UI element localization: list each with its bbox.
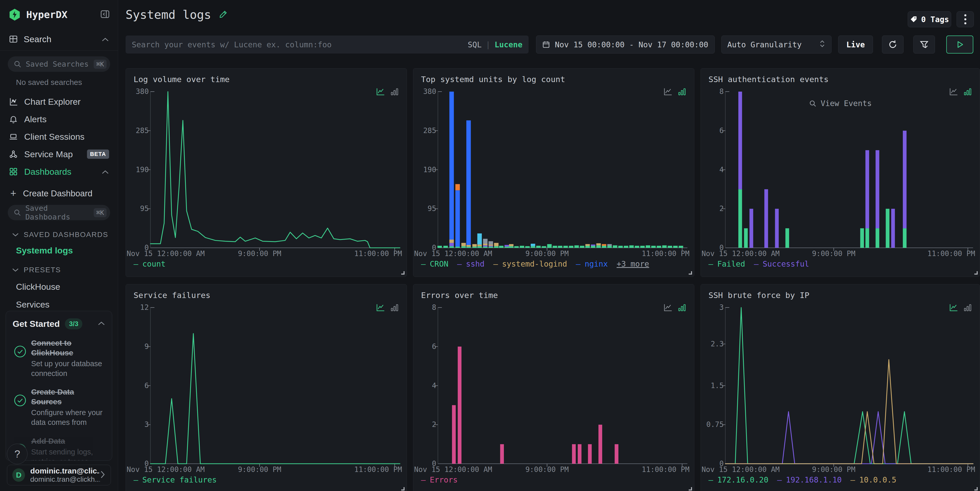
saved-dashboards-input[interactable]: Saved Dashboards ⌘K	[8, 205, 110, 220]
sidebar-item-label: Search	[24, 34, 51, 44]
legend-swatch: —	[493, 259, 498, 269]
legend-item[interactable]: —Failed	[708, 259, 745, 269]
sidebar-item-label: Chart Explorer	[24, 97, 81, 107]
y-axis-tick: 1.5	[702, 381, 724, 390]
create-dashboard-button[interactable]: + Create Dashboard	[10, 188, 118, 199]
legend-item[interactable]: —nginx	[576, 259, 608, 269]
brand-name: HyperDX	[26, 9, 67, 20]
legend-more-link[interactable]: +3 more	[617, 259, 649, 269]
x-axis-tick: 9:00:00 PM	[812, 249, 856, 258]
plus-icon: +	[10, 188, 16, 199]
legend-item[interactable]: —systemd-logind	[493, 259, 567, 269]
y-axis-tick: 95	[414, 204, 436, 213]
legend-item[interactable]: —Service failures	[134, 475, 217, 484]
event-search-input[interactable]: Search your events w/ Lucene ex. column:…	[126, 35, 528, 54]
sidebar-item-service-map[interactable]: Service Map BETA	[0, 145, 118, 163]
legend-item[interactable]: —Errors	[421, 475, 458, 484]
laptop-icon	[9, 132, 18, 141]
y-axis-tick: 2	[702, 204, 724, 213]
page-title: Systemd logs	[126, 8, 211, 22]
panel-errors: Errors over time 02468Nov 15 12:00:00 AM…	[413, 284, 694, 491]
tags-button[interactable]: 0 Tags	[908, 11, 951, 27]
chevron-up-icon[interactable]	[102, 167, 109, 177]
legend-item[interactable]: —CRON	[421, 259, 448, 269]
calendar-icon	[542, 40, 550, 49]
legend-swatch: —	[134, 259, 138, 269]
y-axis-tick: 3	[702, 303, 724, 311]
user-name: dominic.tran@clic...	[30, 467, 100, 475]
run-query-button[interactable]	[946, 35, 973, 54]
check-circle-icon	[13, 387, 27, 427]
help-button[interactable]: ?	[7, 444, 27, 464]
y-axis-tick: 8	[702, 87, 724, 96]
saved-searches-input[interactable]: Saved Searches ⌘K	[8, 56, 110, 72]
legend-swatch: —	[576, 259, 581, 269]
beta-badge: BETA	[87, 149, 109, 159]
y-axis-tick: 4	[414, 381, 436, 390]
dashboards-icon	[9, 167, 18, 176]
user-menu[interactable]: D dominic.tran@clic... dominic.tran@clic…	[7, 465, 111, 485]
sidebar-item-services[interactable]: Services	[16, 300, 118, 310]
collapse-sidebar-icon[interactable]	[100, 9, 110, 20]
legend-label: 172.16.0.20	[717, 475, 768, 484]
legend-swatch: —	[777, 475, 782, 484]
table-icon	[9, 35, 18, 44]
legend-label: count	[142, 259, 165, 269]
section-saved-dashboards[interactable]: SAVED DASHBOARDS	[12, 230, 118, 239]
sidebar-item-chart-explorer[interactable]: Chart Explorer	[0, 93, 118, 110]
y-axis-tick: 6	[702, 126, 724, 135]
panel-menu-button[interactable]	[956, 11, 974, 27]
get-started-progress-badge: 3/3	[65, 318, 82, 329]
edit-title-icon[interactable]	[219, 10, 228, 20]
get-started-card: Get Started 3/3 Connect to ClickHouse Se…	[6, 311, 112, 461]
x-axis-tick: 9:00:00 PM	[812, 465, 856, 474]
saved-searches-placeholder: Saved Searches	[26, 60, 89, 68]
legend-item[interactable]: —sshd	[457, 259, 484, 269]
legend-item[interactable]: —172.16.0.20	[708, 475, 768, 484]
section-presets[interactable]: PRESETS	[12, 266, 118, 274]
sidebar-item-clickhouse[interactable]: ClickHouse	[16, 282, 118, 292]
granularity-select[interactable]: Auto Granularity	[721, 35, 832, 54]
sidebar-item-alerts[interactable]: Alerts	[0, 110, 118, 128]
resize-handle[interactable]	[689, 487, 692, 491]
y-axis-tick: 12	[127, 303, 149, 311]
legend-label: Service failures	[142, 475, 217, 484]
sql-toggle[interactable]: SQL	[468, 40, 482, 49]
sidebar-item-systemd-logs[interactable]: Systemd logs	[16, 246, 118, 256]
sidebar-item-dashboards[interactable]: Dashboards	[0, 163, 118, 180]
refresh-button[interactable]	[882, 35, 904, 54]
sidebar-item-search[interactable]: Search	[0, 32, 118, 46]
filter-button[interactable]	[913, 35, 935, 54]
chevron-up-icon[interactable]	[97, 321, 105, 327]
resize-handle[interactable]	[401, 487, 404, 491]
granularity-value: Auto Granularity	[727, 40, 802, 49]
legend-item[interactable]: —Successful	[754, 259, 809, 269]
panel-ssh-auth: SSH authentication events View Events 02…	[700, 68, 980, 277]
lucene-toggle[interactable]: Lucene	[495, 40, 522, 49]
legend-label: 192.168.1.10	[786, 475, 842, 484]
chevron-up-icon[interactable]	[102, 34, 109, 44]
live-button[interactable]: Live	[838, 35, 873, 54]
resize-handle[interactable]	[974, 271, 978, 275]
sidebar-item-client-sessions[interactable]: Client Sessions	[0, 128, 118, 145]
legend-item[interactable]: —10.0.0.5	[851, 475, 897, 484]
panel-title: Top systemd units by log count	[421, 75, 565, 84]
resize-handle[interactable]	[401, 271, 404, 275]
resize-handle[interactable]	[974, 487, 978, 491]
hyperdx-logo-icon	[9, 9, 21, 21]
search-placeholder: Search your events w/ Lucene ex. column:…	[132, 40, 332, 49]
y-axis-tick: 285	[127, 126, 149, 135]
chevron-right-icon	[100, 470, 105, 480]
legend-swatch: —	[708, 475, 713, 484]
user-email: dominic.tran@clickh...	[30, 475, 100, 483]
get-started-step[interactable]: Connect to ClickHouse Set up your databa…	[13, 338, 105, 378]
time-range-picker[interactable]: Nov 15 00:00:00 - Nov 17 00:00:00	[536, 35, 715, 54]
chevron-down-icon	[12, 230, 19, 239]
get-started-step[interactable]: Create Data Sources Configure where your…	[13, 387, 105, 427]
legend-item[interactable]: —192.168.1.10	[777, 475, 842, 484]
resize-handle[interactable]	[689, 271, 692, 275]
legend-label: Successful	[763, 259, 810, 269]
x-axis-tick: Nov 15 12:00:00 AM	[414, 465, 492, 474]
legend-item[interactable]: —count	[134, 259, 165, 269]
legend-swatch: —	[754, 259, 759, 269]
